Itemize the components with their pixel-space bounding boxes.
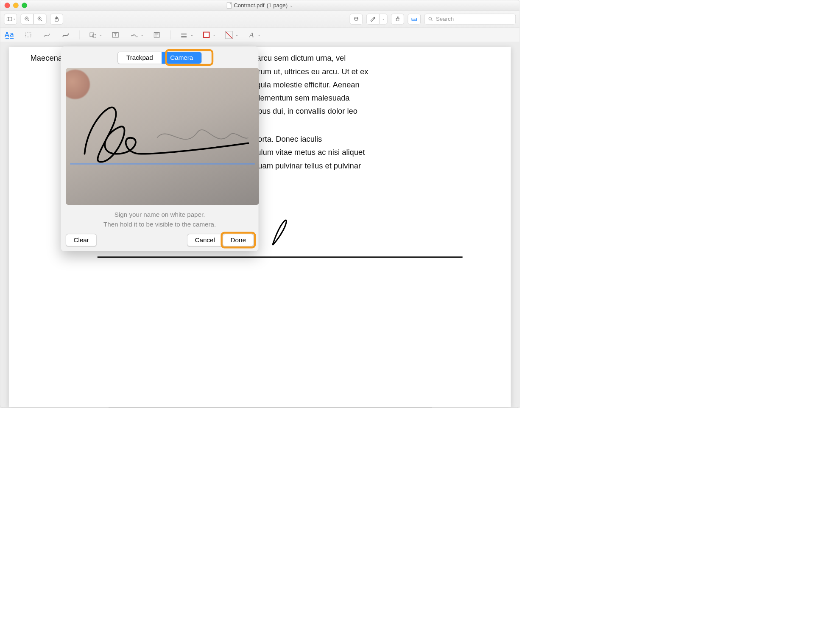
popover-actions: Clear Cancel Done bbox=[66, 234, 254, 246]
popover-hint: Sign your name on white paper. Then hold… bbox=[66, 210, 254, 229]
traffic-lights bbox=[0, 3, 27, 8]
font-style-button[interactable]: A ⌄ bbox=[246, 29, 260, 40]
close-window-button[interactable] bbox=[5, 3, 10, 8]
fill-color-button[interactable]: ⌄ bbox=[223, 29, 238, 40]
chevron-down-icon: ⌄ bbox=[235, 33, 238, 37]
chevron-down-icon: ⌄ bbox=[213, 33, 215, 37]
preview-window: Contract.pdf (1 page) ⌄ ▾ bbox=[0, 0, 519, 408]
svg-point-16 bbox=[429, 17, 431, 20]
title-filename: Contract.pdf bbox=[234, 2, 264, 8]
sketch-button[interactable] bbox=[42, 29, 52, 40]
hint-line-2: Then hold it to be visible to the camera… bbox=[66, 220, 254, 229]
signature-popover: Trackpad Camera Sign your name on white … bbox=[61, 47, 259, 251]
text-box-button[interactable] bbox=[110, 29, 121, 40]
draw-button[interactable] bbox=[60, 29, 71, 40]
document-icon bbox=[227, 2, 232, 8]
divider bbox=[79, 30, 80, 39]
rect-select-button[interactable] bbox=[23, 29, 34, 40]
svg-line-3 bbox=[28, 20, 29, 21]
cancel-button[interactable]: Cancel bbox=[187, 234, 223, 246]
sign-button[interactable]: ⌄ bbox=[129, 29, 143, 40]
capture-mode-segmented: Trackpad Camera bbox=[66, 52, 254, 64]
search-placeholder: Search bbox=[436, 16, 454, 22]
sidebar-view-button[interactable]: ▾ bbox=[4, 14, 17, 24]
highlight-color-button[interactable] bbox=[350, 14, 363, 24]
share-button[interactable] bbox=[50, 14, 63, 24]
chevron-down-icon: ⌄ bbox=[99, 33, 102, 37]
border-color-button[interactable]: ⌄ bbox=[201, 29, 215, 40]
markup-highlight-dropdown[interactable]: ⌄ bbox=[379, 14, 387, 24]
titlebar: Contract.pdf (1 page) ⌄ bbox=[0, 0, 519, 11]
chevron-down-icon: ⌄ bbox=[141, 33, 143, 37]
text-style-button[interactable]: A̲a̲ bbox=[4, 29, 14, 40]
title-pages: (1 page) bbox=[267, 2, 288, 8]
title-caret-icon[interactable]: ⌄ bbox=[290, 3, 293, 7]
zoom-in-button[interactable] bbox=[34, 14, 46, 24]
chevron-down-icon: ⌄ bbox=[258, 33, 260, 37]
markup-toolbar: A̲a̲ ⌄ ⌄ ⌄ ⌄ bbox=[0, 28, 519, 42]
markup-toolbar-toggle[interactable] bbox=[408, 14, 421, 24]
search-field[interactable]: Search bbox=[424, 14, 516, 24]
svg-point-15 bbox=[414, 19, 415, 20]
placed-signature-fragment bbox=[270, 210, 302, 251]
line-weight-button[interactable]: ⌄ bbox=[179, 29, 193, 40]
baseline-guide bbox=[70, 163, 255, 164]
divider bbox=[170, 30, 170, 39]
done-button[interactable]: Done bbox=[223, 234, 254, 246]
svg-point-11 bbox=[355, 17, 358, 19]
svg-line-6 bbox=[41, 20, 42, 21]
zoom-out-button[interactable] bbox=[21, 14, 34, 24]
svg-point-20 bbox=[92, 34, 96, 38]
svg-rect-12 bbox=[396, 18, 399, 21]
svg-line-17 bbox=[431, 20, 433, 21]
search-icon bbox=[428, 16, 433, 22]
chevron-down-icon: ⌄ bbox=[190, 33, 193, 37]
captured-signature bbox=[71, 92, 254, 173]
svg-rect-18 bbox=[25, 33, 31, 37]
trackpad-tab[interactable]: Trackpad bbox=[118, 52, 162, 64]
camera-preview bbox=[66, 68, 259, 205]
main-toolbar: ▾ ⌄ bbox=[0, 11, 519, 28]
minimize-window-button[interactable] bbox=[13, 3, 19, 8]
clear-button[interactable]: Clear bbox=[66, 234, 97, 246]
hint-line-1: Sign your name on white paper. bbox=[66, 210, 254, 220]
zoom-window-button[interactable] bbox=[22, 3, 27, 8]
rotate-button[interactable] bbox=[391, 14, 404, 24]
signature-line bbox=[98, 257, 463, 258]
svg-rect-0 bbox=[7, 17, 11, 21]
markup-highlight-button[interactable] bbox=[366, 14, 379, 24]
shapes-button[interactable]: ⌄ bbox=[87, 29, 102, 40]
window-title: Contract.pdf (1 page) ⌄ bbox=[0, 2, 519, 8]
note-button[interactable] bbox=[151, 29, 162, 40]
camera-tab[interactable]: Camera bbox=[162, 52, 202, 64]
